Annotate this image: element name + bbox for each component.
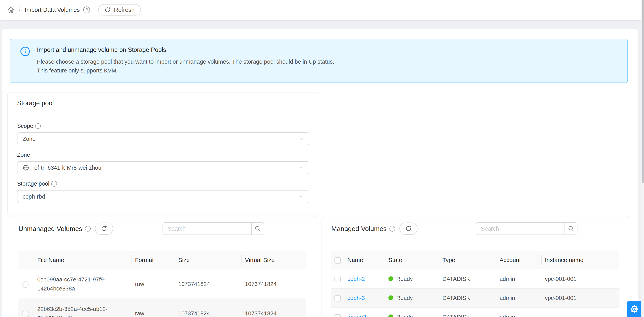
unmanaged-info-icon[interactable] — [85, 226, 91, 232]
refresh-button-label: Refresh — [114, 7, 134, 13]
column-header-file-name: File Name — [34, 251, 132, 269]
managed-refresh-button[interactable] — [400, 222, 418, 235]
row-checkbox[interactable] — [334, 295, 341, 301]
managed-info-icon[interactable] — [390, 226, 395, 232]
table-row: 22b63c2b-352a-4ec5-ab12-2fa508d4baf9 raw… — [18, 299, 306, 317]
storage-pool-card: Storage pool Scope Zone Zone — [7, 92, 319, 214]
scrollbar-thumb[interactable] — [642, 0, 644, 183]
managed-volumes-header: Managed Volumes — [322, 216, 629, 241]
storage-pool-card-title: Storage pool — [8, 93, 319, 114]
scope-select-value: Zone — [22, 136, 36, 142]
table-header-row: Name State Type Account Instance name — [331, 251, 620, 269]
cell-type: DATADISK — [439, 269, 496, 288]
row-radio[interactable] — [22, 281, 29, 288]
refresh-button[interactable]: Refresh — [98, 4, 141, 16]
table-row: image2 Ready DATADISK admin — [331, 307, 620, 317]
table-row: ceph-2 Ready DATADISK admin vpc-001-001 — [331, 269, 620, 288]
column-header-state: State — [385, 251, 439, 269]
info-alert-description: Please choose a storage pool that you wa… — [37, 57, 334, 75]
managed-search-group — [476, 222, 578, 235]
row-radio[interactable] — [22, 310, 29, 317]
main-content-card: Import and unmanage volume on Storage Po… — [2, 29, 638, 317]
info-alert-line-1: Please choose a storage pool that you wa… — [37, 57, 334, 66]
zone-select-value: ref-trl-6341-k-Mr8-wei-zhou — [32, 165, 101, 171]
search-icon — [254, 225, 261, 232]
scope-label-row: Scope — [17, 123, 309, 129]
cell-account: admin — [496, 288, 542, 307]
volume-name-link[interactable]: ceph-3 — [348, 295, 365, 301]
help-icon[interactable] — [83, 7, 90, 13]
info-circle-icon — [20, 47, 30, 56]
chevron-down-icon — [298, 194, 304, 199]
cell-instance-name — [542, 307, 620, 317]
cell-type: DATADISK — [439, 307, 496, 317]
cell-format: raw — [132, 299, 175, 317]
column-header-format: Format — [132, 251, 175, 269]
chevron-down-icon — [298, 165, 304, 170]
info-alert-body: Import and unmanage volume on Storage Po… — [37, 46, 334, 75]
volumes-sections: Unmanaged Volumes — [9, 216, 638, 317]
globe-icon — [22, 164, 29, 171]
cell-instance-name: vpc-001-001 — [542, 269, 620, 288]
unmanaged-search-input[interactable] — [162, 222, 252, 235]
scope-select[interactable]: Zone — [17, 132, 309, 145]
cell-file-name: 0cb099aa-cc7e-4721-97f9-14264bce838a — [34, 269, 132, 299]
breadcrumb-separator: / — [19, 7, 20, 13]
status-dot-ready — [388, 314, 393, 317]
settings-fab-button[interactable] — [627, 301, 642, 317]
table-row: 0cb099aa-cc7e-4721-97f9-14264bce838a raw… — [18, 269, 306, 299]
volume-name-link[interactable]: ceph-2 — [348, 276, 365, 282]
unmanaged-volumes-title: Unmanaged Volumes — [18, 225, 82, 232]
info-alert-line-2: This feature only supports KVM. — [37, 66, 334, 75]
pool-label-row: Storage pool — [17, 180, 309, 187]
zone-label-row: Zone — [17, 152, 309, 158]
row-checkbox[interactable] — [334, 314, 341, 317]
storage-pool-card-body: Scope Zone Zone — [8, 114, 319, 214]
cell-state: Ready — [385, 307, 439, 317]
reload-icon — [104, 7, 111, 13]
column-header-name: Name — [344, 251, 385, 269]
pool-label: Storage pool — [17, 180, 49, 187]
gear-icon — [630, 305, 639, 314]
breadcrumb-bar: / Import Data Volumes Refresh — [0, 0, 644, 20]
cell-state: Ready — [385, 288, 439, 307]
row-checkbox[interactable] — [334, 276, 341, 282]
home-icon[interactable] — [7, 6, 14, 14]
unmanaged-search-button[interactable] — [251, 222, 264, 235]
managed-volumes-body: Name State Type Account Instance name ce… — [322, 251, 629, 317]
zone-label: Zone — [17, 152, 30, 158]
radio-column-header — [18, 251, 34, 269]
status-dot-ready — [388, 276, 393, 281]
cell-instance-name: vpc-001-001 — [542, 288, 620, 307]
unmanaged-refresh-button[interactable] — [95, 222, 113, 235]
scope-info-icon[interactable] — [35, 123, 41, 129]
managed-search-input[interactable] — [476, 222, 565, 235]
unmanaged-volumes-table: File Name Format Size Virtual Size 0cb09… — [18, 251, 306, 317]
cell-virtual-size: 1073741824 — [242, 299, 306, 317]
state-label: Ready — [396, 295, 413, 301]
managed-volumes-table: Name State Type Account Instance name ce… — [331, 251, 620, 317]
pool-select[interactable]: ceph-rbd — [17, 190, 309, 203]
cell-state: Ready — [385, 269, 439, 288]
column-header-instance-name: Instance name — [542, 251, 620, 269]
unmanaged-volumes-card: Unmanaged Volumes — [9, 216, 316, 317]
scrollbar[interactable] — [641, 0, 644, 317]
managed-volumes-title: Managed Volumes — [331, 225, 387, 232]
managed-volumes-card: Managed Volumes — [322, 216, 629, 317]
cell-size: 1073741824 — [175, 299, 242, 317]
cell-format: raw — [132, 269, 175, 299]
page-title: Import Data Volumes — [25, 7, 80, 13]
cell-account: admin — [496, 269, 542, 288]
select-all-column-header — [331, 251, 344, 269]
zone-select[interactable]: ref-trl-6341-k-Mr8-wei-zhou — [17, 161, 309, 174]
pool-select-value: ceph-rbd — [22, 193, 45, 200]
unmanaged-search-group — [162, 222, 264, 235]
page: / Import Data Volumes Refresh Import and… — [0, 0, 644, 317]
managed-search-button[interactable] — [564, 222, 578, 235]
cell-size: 1073741824 — [175, 269, 242, 299]
table-header-row: File Name Format Size Virtual Size — [18, 251, 306, 269]
volume-name-link[interactable]: image2 — [348, 314, 366, 317]
pool-info-icon[interactable] — [51, 181, 57, 187]
select-all-checkbox[interactable] — [334, 257, 341, 263]
info-alert-title: Import and unmanage volume on Storage Po… — [37, 46, 334, 54]
